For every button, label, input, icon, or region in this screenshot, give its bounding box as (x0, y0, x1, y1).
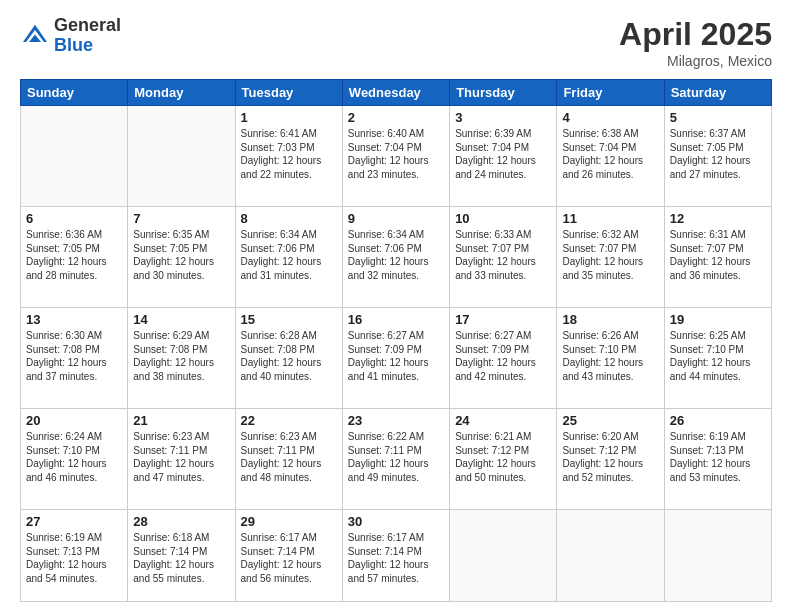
logo-icon (20, 21, 50, 51)
day-detail: Sunrise: 6:28 AMSunset: 7:08 PMDaylight:… (241, 329, 337, 383)
calendar-cell: 28Sunrise: 6:18 AMSunset: 7:14 PMDayligh… (128, 510, 235, 602)
calendar-cell: 1Sunrise: 6:41 AMSunset: 7:03 PMDaylight… (235, 106, 342, 207)
day-number: 19 (670, 312, 766, 327)
calendar-cell (450, 510, 557, 602)
month-year: April 2025 (619, 16, 772, 53)
day-detail: Sunrise: 6:31 AMSunset: 7:07 PMDaylight:… (670, 228, 766, 282)
calendar-cell: 25Sunrise: 6:20 AMSunset: 7:12 PMDayligh… (557, 409, 664, 510)
calendar-cell: 30Sunrise: 6:17 AMSunset: 7:14 PMDayligh… (342, 510, 449, 602)
calendar-cell: 22Sunrise: 6:23 AMSunset: 7:11 PMDayligh… (235, 409, 342, 510)
calendar-cell: 11Sunrise: 6:32 AMSunset: 7:07 PMDayligh… (557, 207, 664, 308)
day-number: 27 (26, 514, 122, 529)
calendar-cell: 19Sunrise: 6:25 AMSunset: 7:10 PMDayligh… (664, 308, 771, 409)
calendar-week-row: 1Sunrise: 6:41 AMSunset: 7:03 PMDaylight… (21, 106, 772, 207)
logo-general: General (54, 15, 121, 35)
day-detail: Sunrise: 6:27 AMSunset: 7:09 PMDaylight:… (455, 329, 551, 383)
day-detail: Sunrise: 6:19 AMSunset: 7:13 PMDaylight:… (26, 531, 122, 585)
day-number: 22 (241, 413, 337, 428)
calendar-cell (128, 106, 235, 207)
day-detail: Sunrise: 6:40 AMSunset: 7:04 PMDaylight:… (348, 127, 444, 181)
calendar-cell: 8Sunrise: 6:34 AMSunset: 7:06 PMDaylight… (235, 207, 342, 308)
calendar-cell: 7Sunrise: 6:35 AMSunset: 7:05 PMDaylight… (128, 207, 235, 308)
calendar-cell: 29Sunrise: 6:17 AMSunset: 7:14 PMDayligh… (235, 510, 342, 602)
day-number: 6 (26, 211, 122, 226)
calendar-cell: 23Sunrise: 6:22 AMSunset: 7:11 PMDayligh… (342, 409, 449, 510)
weekday-header: Monday (128, 80, 235, 106)
day-detail: Sunrise: 6:22 AMSunset: 7:11 PMDaylight:… (348, 430, 444, 484)
day-detail: Sunrise: 6:17 AMSunset: 7:14 PMDaylight:… (241, 531, 337, 585)
day-detail: Sunrise: 6:24 AMSunset: 7:10 PMDaylight:… (26, 430, 122, 484)
day-number: 5 (670, 110, 766, 125)
day-number: 18 (562, 312, 658, 327)
day-number: 25 (562, 413, 658, 428)
calendar-cell: 4Sunrise: 6:38 AMSunset: 7:04 PMDaylight… (557, 106, 664, 207)
calendar-cell: 2Sunrise: 6:40 AMSunset: 7:04 PMDaylight… (342, 106, 449, 207)
day-number: 3 (455, 110, 551, 125)
calendar-cell: 18Sunrise: 6:26 AMSunset: 7:10 PMDayligh… (557, 308, 664, 409)
day-number: 21 (133, 413, 229, 428)
weekday-header: Tuesday (235, 80, 342, 106)
day-detail: Sunrise: 6:23 AMSunset: 7:11 PMDaylight:… (241, 430, 337, 484)
weekday-header: Sunday (21, 80, 128, 106)
day-detail: Sunrise: 6:34 AMSunset: 7:06 PMDaylight:… (348, 228, 444, 282)
weekday-header: Saturday (664, 80, 771, 106)
logo: GeneralBlue (20, 16, 121, 56)
day-number: 10 (455, 211, 551, 226)
page: GeneralBlue April 2025 Milagros, Mexico … (0, 0, 792, 612)
calendar-cell: 20Sunrise: 6:24 AMSunset: 7:10 PMDayligh… (21, 409, 128, 510)
calendar-cell: 12Sunrise: 6:31 AMSunset: 7:07 PMDayligh… (664, 207, 771, 308)
day-detail: Sunrise: 6:34 AMSunset: 7:06 PMDaylight:… (241, 228, 337, 282)
day-number: 11 (562, 211, 658, 226)
day-number: 16 (348, 312, 444, 327)
day-number: 23 (348, 413, 444, 428)
weekday-header: Thursday (450, 80, 557, 106)
day-detail: Sunrise: 6:27 AMSunset: 7:09 PMDaylight:… (348, 329, 444, 383)
day-number: 13 (26, 312, 122, 327)
day-detail: Sunrise: 6:30 AMSunset: 7:08 PMDaylight:… (26, 329, 122, 383)
day-number: 20 (26, 413, 122, 428)
calendar-week-row: 27Sunrise: 6:19 AMSunset: 7:13 PMDayligh… (21, 510, 772, 602)
calendar-cell (21, 106, 128, 207)
day-number: 2 (348, 110, 444, 125)
day-number: 15 (241, 312, 337, 327)
logo-blue: Blue (54, 35, 93, 55)
day-detail: Sunrise: 6:32 AMSunset: 7:07 PMDaylight:… (562, 228, 658, 282)
day-detail: Sunrise: 6:23 AMSunset: 7:11 PMDaylight:… (133, 430, 229, 484)
day-number: 8 (241, 211, 337, 226)
day-detail: Sunrise: 6:33 AMSunset: 7:07 PMDaylight:… (455, 228, 551, 282)
calendar-cell: 6Sunrise: 6:36 AMSunset: 7:05 PMDaylight… (21, 207, 128, 308)
day-detail: Sunrise: 6:37 AMSunset: 7:05 PMDaylight:… (670, 127, 766, 181)
weekday-header: Wednesday (342, 80, 449, 106)
day-number: 28 (133, 514, 229, 529)
logo-text: GeneralBlue (54, 16, 121, 56)
header: GeneralBlue April 2025 Milagros, Mexico (20, 16, 772, 69)
calendar-cell: 5Sunrise: 6:37 AMSunset: 7:05 PMDaylight… (664, 106, 771, 207)
calendar-cell: 24Sunrise: 6:21 AMSunset: 7:12 PMDayligh… (450, 409, 557, 510)
calendar-cell: 16Sunrise: 6:27 AMSunset: 7:09 PMDayligh… (342, 308, 449, 409)
day-detail: Sunrise: 6:26 AMSunset: 7:10 PMDaylight:… (562, 329, 658, 383)
calendar-week-row: 20Sunrise: 6:24 AMSunset: 7:10 PMDayligh… (21, 409, 772, 510)
day-number: 24 (455, 413, 551, 428)
day-detail: Sunrise: 6:38 AMSunset: 7:04 PMDaylight:… (562, 127, 658, 181)
day-detail: Sunrise: 6:21 AMSunset: 7:12 PMDaylight:… (455, 430, 551, 484)
weekday-header-row: SundayMondayTuesdayWednesdayThursdayFrid… (21, 80, 772, 106)
calendar-cell: 10Sunrise: 6:33 AMSunset: 7:07 PMDayligh… (450, 207, 557, 308)
day-number: 9 (348, 211, 444, 226)
calendar-cell (664, 510, 771, 602)
calendar-cell: 3Sunrise: 6:39 AMSunset: 7:04 PMDaylight… (450, 106, 557, 207)
calendar-cell: 21Sunrise: 6:23 AMSunset: 7:11 PMDayligh… (128, 409, 235, 510)
calendar-cell: 9Sunrise: 6:34 AMSunset: 7:06 PMDaylight… (342, 207, 449, 308)
calendar-cell: 27Sunrise: 6:19 AMSunset: 7:13 PMDayligh… (21, 510, 128, 602)
weekday-header: Friday (557, 80, 664, 106)
day-number: 12 (670, 211, 766, 226)
day-number: 17 (455, 312, 551, 327)
day-detail: Sunrise: 6:35 AMSunset: 7:05 PMDaylight:… (133, 228, 229, 282)
day-number: 26 (670, 413, 766, 428)
day-number: 30 (348, 514, 444, 529)
calendar-cell (557, 510, 664, 602)
day-number: 14 (133, 312, 229, 327)
calendar-cell: 15Sunrise: 6:28 AMSunset: 7:08 PMDayligh… (235, 308, 342, 409)
calendar-cell: 14Sunrise: 6:29 AMSunset: 7:08 PMDayligh… (128, 308, 235, 409)
day-detail: Sunrise: 6:41 AMSunset: 7:03 PMDaylight:… (241, 127, 337, 181)
title-block: April 2025 Milagros, Mexico (619, 16, 772, 69)
